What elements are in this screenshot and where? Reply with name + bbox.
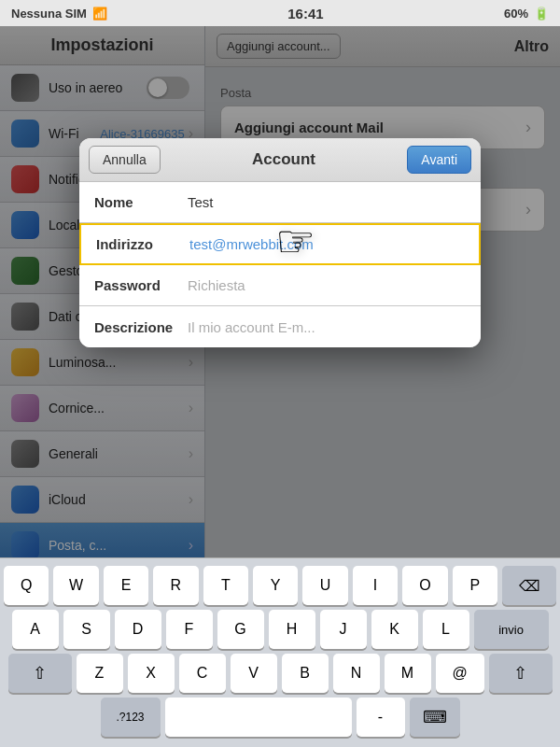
key-a[interactable]: A — [12, 610, 59, 649]
key-r[interactable]: R — [153, 566, 198, 605]
status-bar: Nessuna SIM 📶 16:41 60% 🔋 — [0, 0, 560, 26]
key-l[interactable]: L — [423, 610, 469, 649]
modal-row-password[interactable]: PasswordRichiesta — [79, 265, 481, 306]
keyboard-row-4: .?123 - ⌨ — [4, 698, 556, 737]
key-n[interactable]: N — [333, 654, 380, 693]
key-dash[interactable]: - — [357, 698, 405, 737]
key-e[interactable]: E — [104, 566, 148, 605]
next-button[interactable]: Avanti — [407, 146, 471, 174]
key-z[interactable]: Z — [77, 654, 123, 693]
space-key[interactable] — [165, 698, 352, 737]
key-v[interactable]: V — [231, 654, 277, 693]
modal-field-label-1: Indirizzo — [96, 236, 189, 252]
key-i[interactable]: I — [353, 566, 398, 605]
key-g[interactable]: G — [217, 610, 264, 649]
invio-key[interactable]: invio — [474, 610, 549, 649]
modal-header: Annulla Account Avanti — [79, 138, 481, 182]
modal-field-label-3: Descrizione — [94, 319, 188, 335]
modal-field-value-1[interactable]: test@mrwebbit.com — [189, 236, 464, 252]
status-right: 60% 🔋 — [504, 7, 549, 21]
account-modal: Annulla Account Avanti NomeTestIndirizzo… — [79, 138, 481, 347]
modal-title: Account — [161, 150, 408, 169]
numbers-key[interactable]: .?123 — [101, 698, 161, 737]
keyboard-row-1: Q W E R T Y U I O P ⌫ — [4, 566, 556, 605]
shift-key[interactable]: ⇧ — [8, 654, 72, 693]
battery-label: 60% — [504, 7, 528, 21]
key-x[interactable]: X — [128, 654, 175, 693]
modal-row-descrizione[interactable]: DescrizioneIl mio account E-m... — [79, 306, 481, 347]
key-t[interactable]: T — [203, 566, 248, 605]
cancel-button[interactable]: Annulla — [89, 146, 161, 174]
key-b[interactable]: B — [282, 654, 329, 693]
key-w[interactable]: W — [53, 566, 98, 605]
key-h[interactable]: H — [269, 610, 315, 649]
keyboard-row-2: A S D F G H J K L invio — [4, 610, 556, 649]
carrier-label: Nessuna SIM — [11, 7, 87, 21]
keyboard-row-3: ⇧ Z X C V B N M @ ⇧ — [4, 654, 556, 693]
shift-right-key[interactable]: ⇧ — [489, 654, 553, 693]
key-j[interactable]: J — [320, 610, 367, 649]
modal-row-indirizzo[interactable]: Indirizzotest@mrwebbit.com — [79, 223, 481, 265]
status-left: Nessuna SIM 📶 — [11, 7, 107, 21]
modal-field-value-2[interactable]: Richiesta — [188, 277, 466, 293]
key-k[interactable]: K — [371, 610, 418, 649]
delete-key[interactable]: ⌫ — [502, 566, 556, 605]
modal-field-value-3[interactable]: Il mio account E-m... — [188, 319, 466, 335]
wifi-icon: 📶 — [92, 7, 107, 21]
key-at[interactable]: @ — [436, 654, 484, 693]
key-u[interactable]: U — [302, 566, 347, 605]
battery-icon: 🔋 — [534, 7, 549, 21]
key-c[interactable]: C — [179, 654, 226, 693]
modal-field-value-0[interactable]: Test — [188, 194, 466, 210]
modal-field-label-2: Password — [94, 277, 188, 293]
key-y[interactable]: Y — [253, 566, 298, 605]
key-m[interactable]: M — [385, 654, 431, 693]
key-o[interactable]: O — [402, 566, 447, 605]
key-q[interactable]: Q — [4, 566, 49, 605]
key-p[interactable]: P — [453, 566, 497, 605]
key-d[interactable]: D — [115, 610, 161, 649]
keyboard: Q W E R T Y U I O P ⌫ A S D F G H J K L … — [0, 557, 560, 747]
key-s[interactable]: S — [63, 610, 110, 649]
modal-field-label-0: Nome — [94, 194, 188, 210]
key-f[interactable]: F — [166, 610, 213, 649]
modal-row-nome[interactable]: NomeTest — [79, 182, 481, 223]
status-time: 16:41 — [287, 6, 323, 21]
emoji-key[interactable]: ⌨ — [410, 698, 460, 737]
modal-body: NomeTestIndirizzotest@mrwebbit.comPasswo… — [79, 182, 481, 347]
